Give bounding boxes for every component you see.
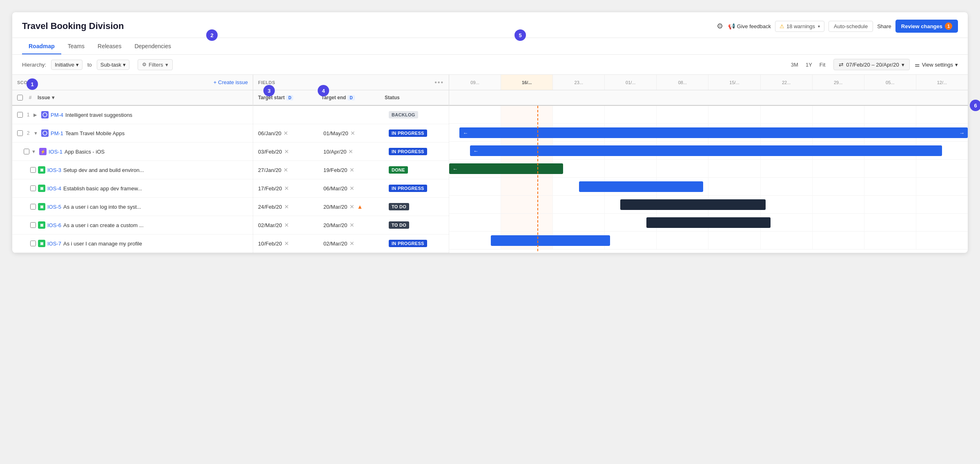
scope-header-row: SCOPE + Create issue — [12, 75, 253, 90]
issue-key[interactable]: IOS-4 — [47, 185, 61, 192]
expand-icon[interactable]: ▶ — [33, 112, 39, 118]
gantt-bar-ios5[interactable] — [620, 199, 766, 210]
chevron-down-icon: ▾ — [123, 62, 126, 68]
tab-dependencies[interactable]: Dependencies — [128, 38, 178, 54]
target-end-cell: 02/Mar/20 ✕ — [323, 240, 389, 247]
issue-key[interactable]: PM-1 — [51, 130, 63, 136]
table-row: 06/Jan/20 ✕ 01/May/20 ✕ IN PROGRESS — [253, 124, 449, 143]
issue-key[interactable]: IOS-3 — [47, 167, 61, 173]
status-col-header: Status — [385, 95, 444, 100]
megaphone-icon: 📢 — [728, 23, 735, 29]
status-cell: IN PROGRESS — [389, 129, 427, 137]
table-row: ▣ IOS-6 As a user i can create a custom … — [12, 216, 253, 234]
range-fit-button[interactable]: Fit — [816, 60, 829, 69]
date-clear-icon[interactable]: ✕ — [350, 222, 354, 228]
row-checkbox[interactable] — [24, 149, 29, 154]
issue-key[interactable]: IOS-1 — [49, 149, 62, 155]
row-checkbox[interactable] — [30, 241, 36, 246]
gear-icon[interactable]: ⚙ — [717, 22, 723, 31]
target-start-cell: 24/Feb/20 ✕ — [258, 203, 323, 210]
row-checkbox[interactable] — [30, 204, 36, 210]
gantt-row: ← — [449, 160, 968, 178]
date-clear-icon[interactable]: ✕ — [350, 167, 354, 173]
issue-title: As a user i can create a custom ... — [63, 222, 144, 228]
gantt-bar-ios3[interactable]: ← — [449, 163, 563, 174]
chevron-down-icon: ▾ — [955, 62, 958, 68]
scope-section: SCOPE + Create issue # Issue ▾ — [12, 75, 253, 253]
issue-title: Setup dev and and build environ... — [63, 167, 144, 173]
gantt-row — [449, 106, 968, 124]
story-icon: ▣ — [38, 221, 45, 229]
target-start-cell: 10/Feb/20 ✕ — [258, 240, 323, 247]
svg-point-0 — [43, 113, 47, 117]
tab-releases[interactable]: Releases — [91, 38, 128, 54]
row-checkbox[interactable] — [30, 222, 36, 228]
bar-left-arrow: ← — [449, 166, 461, 172]
gantt-bar-ios6[interactable] — [646, 217, 771, 228]
issue-title: Team Travel Mobile Apps — [65, 130, 125, 136]
hierarchy-to-select[interactable]: Sub-task ▾ — [97, 60, 129, 70]
issue-title: As a user i can log into the syst... — [63, 204, 141, 210]
date-clear-icon[interactable]: ✕ — [348, 148, 353, 155]
chevron-down-icon: ▾ — [165, 62, 168, 68]
gantt-row: ← — [449, 142, 968, 160]
issue-key[interactable]: IOS-7 — [47, 241, 61, 247]
gantt-bar-ios4[interactable] — [579, 181, 704, 192]
filters-button[interactable]: ⚙ Filters ▾ — [138, 59, 172, 70]
issue-key[interactable]: IOS-6 — [47, 222, 61, 228]
target-start-cell: 02/Mar/20 ✕ — [258, 222, 323, 228]
range-1y-button[interactable]: 1Y — [802, 60, 815, 69]
date-clear-icon[interactable]: ✕ — [350, 240, 354, 247]
hierarchy-from-select[interactable]: Initiative ▾ — [51, 60, 82, 70]
status-badge: IN PROGRESS — [389, 148, 427, 155]
scope-cell: ▣ IOS-5 As a user i can log into the sys… — [12, 198, 253, 216]
create-issue-button[interactable]: + Create issue — [214, 79, 248, 85]
range-3m-button[interactable]: 3M — [788, 60, 802, 69]
issue-key[interactable]: PM-4 — [51, 112, 63, 118]
gantt-section: 09... 16/... 23... 01/... 08... 15/... 2… — [449, 75, 968, 253]
share-button[interactable]: Share — [877, 23, 891, 29]
gantt-bar-ios7[interactable] — [491, 235, 610, 246]
gantt-bar-pm1[interactable]: ← → — [459, 127, 968, 138]
page-title: Travel Booking Division — [22, 21, 712, 31]
date-clear-icon[interactable]: ✕ — [350, 185, 354, 192]
date-clear-icon[interactable]: ✕ — [350, 203, 354, 210]
date-clear-icon[interactable]: ✕ — [284, 203, 289, 210]
row-checkbox[interactable] — [17, 112, 23, 118]
more-options-button[interactable]: ••• — [434, 79, 444, 86]
expand-icon[interactable]: ▼ — [33, 131, 39, 136]
scope-cell: ▼ ⚡ IOS-1 App Basics - iOS — [12, 143, 253, 161]
fields-cell: 03/Feb/20 ✕ 10/Apr/20 ✕ IN PROGRESS — [253, 143, 449, 161]
issue-key[interactable]: IOS-5 — [47, 204, 61, 210]
target-end-cell: 19/Feb/20 ✕ — [323, 167, 389, 173]
date-clear-icon[interactable]: ✕ — [284, 148, 289, 155]
date-clear-icon[interactable]: ✕ — [284, 240, 289, 247]
date-clear-icon[interactable]: ✕ — [284, 222, 289, 228]
fields-header-label: FIELDS — [258, 80, 434, 85]
target-end-cell: 10/Apr/20 ✕ — [323, 148, 389, 155]
target-end-col-header[interactable]: Target end D — [321, 95, 385, 100]
feedback-button[interactable]: 📢 Give feedback — [728, 23, 771, 29]
filter-icon: ⚙ — [142, 62, 147, 67]
date-clear-icon[interactable]: ✕ — [283, 167, 288, 173]
date-range-selector[interactable]: ⇄ 07/Feb/20 – 20/Apr/20 ▾ — [833, 59, 909, 70]
table-row: BACKLOG — [253, 106, 449, 124]
autoschedule-button[interactable]: Auto-schedule — [829, 21, 873, 32]
view-settings-button[interactable]: ⚌ View settings ▾ — [915, 61, 958, 68]
row-checkbox[interactable] — [30, 167, 36, 173]
target-start-cell: 06/Jan/20 ✕ — [258, 130, 323, 136]
tab-teams[interactable]: Teams — [61, 38, 91, 54]
date-clear-icon[interactable]: ✕ — [283, 130, 288, 136]
review-changes-button[interactable]: Review changes 1 — [895, 20, 958, 33]
warnings-button[interactable]: ⚠ 18 warnings ▾ — [775, 21, 824, 32]
issue-col-header[interactable]: Issue ▾ — [38, 95, 248, 100]
date-clear-icon[interactable]: ✕ — [284, 185, 289, 192]
gantt-bar-ios1[interactable]: ← — [470, 145, 942, 156]
expand-icon[interactable]: ▼ — [31, 149, 37, 154]
tab-roadmap[interactable]: Roadmap — [22, 38, 61, 54]
select-all-checkbox[interactable] — [17, 95, 23, 100]
row-checkbox[interactable] — [17, 130, 23, 136]
date-clear-icon[interactable]: ✕ — [350, 130, 355, 136]
gantt-col-head: 09... — [449, 75, 501, 90]
row-checkbox[interactable] — [30, 185, 36, 191]
